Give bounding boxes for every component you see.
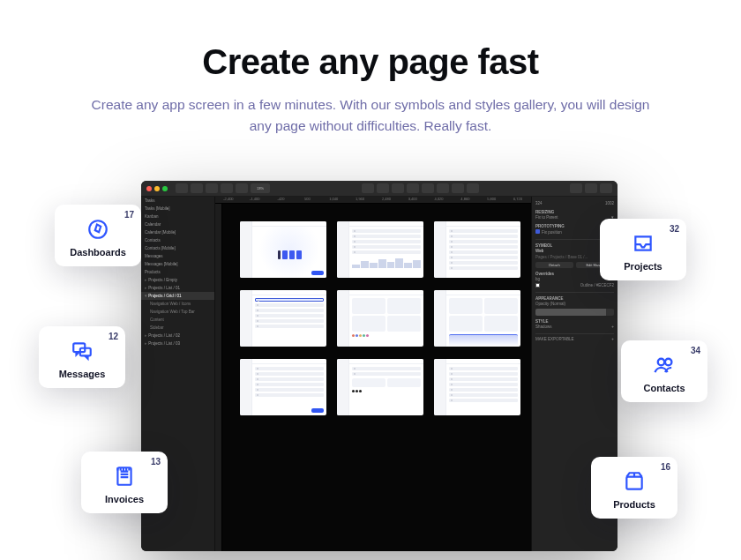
toolbar-button[interactable]	[236, 183, 248, 193]
count-badge: 32	[670, 224, 679, 234]
card-label: Messages	[48, 369, 116, 379]
editor-canvas[interactable]: -2,400-1,400 -420500 1,0401,960 2,4803,4…	[215, 197, 531, 551]
resize-mode[interactable]: Fix to Parent	[535, 215, 558, 220]
svg-point-0	[89, 220, 107, 238]
users-icon	[652, 353, 677, 377]
artboard[interactable]: Projects / Details / Files	[434, 221, 520, 278]
symbol-name[interactable]: Web	[535, 249, 543, 253]
ruler-horizontal: -2,400-1,400 -420500 1,0401,960 2,4803,4…	[215, 197, 531, 204]
artboard[interactable]: Projects / List / 02	[240, 290, 326, 347]
ruler-vertical	[215, 204, 222, 551]
toolbar-button[interactable]	[437, 183, 449, 193]
detach-button[interactable]: Detach	[535, 262, 573, 268]
share-icon[interactable]	[600, 183, 612, 193]
editor-toolbar: 13%	[141, 181, 618, 197]
checkbox-icon[interactable]	[535, 229, 540, 234]
toolbar-button[interactable]	[407, 183, 419, 193]
toolbar-button[interactable]	[422, 183, 434, 193]
svg-point-5	[665, 359, 671, 365]
feature-card-invoices[interactable]: 13 Invoices	[81, 452, 168, 513]
layer-child[interactable]: Content	[141, 316, 214, 324]
layer-item[interactable]: Kanban	[141, 213, 214, 220]
count-badge: 13	[151, 457, 161, 467]
feature-card-messages[interactable]: 12 Messages	[39, 326, 125, 388]
shadows-label[interactable]: Shadows	[535, 325, 552, 329]
toolbar-button[interactable]	[176, 183, 188, 193]
count-badge: 16	[661, 462, 670, 472]
page-title: Create any page fast	[0, 42, 741, 82]
layer-item[interactable]: Contacts [Mobile]	[141, 244, 214, 252]
layer-child[interactable]: Sidebar	[141, 324, 214, 332]
layer-child[interactable]: Navigation Web / Top Bar	[141, 308, 214, 316]
section-export[interactable]: MAKE EXPORTABLE	[535, 337, 574, 341]
close-icon[interactable]	[146, 186, 152, 191]
inbox-icon	[631, 231, 655, 256]
layer-group-active[interactable]: Projects / Grid / 01	[141, 292, 214, 300]
card-label: Projects	[609, 261, 677, 272]
add-icon[interactable]: +	[611, 337, 614, 341]
toolbar-button[interactable]	[452, 183, 464, 193]
toolbar-button[interactable]	[362, 183, 374, 193]
play-icon[interactable]	[570, 183, 582, 193]
layer-item[interactable]: Tasks	[141, 197, 214, 205]
feature-card-dashboards[interactable]: 17 Dashboards	[55, 205, 141, 266]
toolbar-button[interactable]	[206, 183, 218, 193]
toolbar-button[interactable]	[221, 183, 233, 193]
count-badge: 12	[109, 332, 118, 341]
layer-item[interactable]: Contacts	[141, 236, 214, 244]
card-label: Dashboards	[64, 247, 132, 258]
artboard[interactable]: Projects / Details / Activity	[434, 359, 520, 415]
feature-card-projects[interactable]: 32 Projects	[600, 219, 686, 280]
opacity-slider[interactable]	[535, 309, 614, 316]
minimize-icon[interactable]	[154, 186, 160, 191]
layer-item[interactable]: Messages	[141, 252, 214, 260]
toolbar-button[interactable]	[467, 183, 479, 193]
feature-card-contacts[interactable]: 34 Contacts	[621, 340, 707, 402]
layer-item[interactable]: Tasks [Mobile]	[141, 205, 214, 213]
toolbar-button[interactable]	[191, 183, 203, 193]
toolbar-button[interactable]	[392, 183, 404, 193]
svg-rect-6	[626, 477, 641, 489]
package-icon	[622, 469, 647, 494]
artboard[interactable]: Projects / Grid / 02	[434, 290, 520, 347]
zoom-indicator[interactable]: 13%	[251, 183, 270, 193]
design-editor-window: 13% Tasks Tasks [Mobile] Kanban Calendar…	[141, 181, 618, 551]
artboard[interactable]: Projects / Empty	[240, 221, 326, 278]
count-badge: 17	[124, 210, 134, 220]
symbol-path: Pages / Projects / Base 01 /...	[535, 255, 588, 259]
layer-item[interactable]: Calendar [Mobile]	[141, 228, 214, 236]
layer-item[interactable]: Products	[141, 268, 214, 276]
swatch-icon[interactable]	[535, 283, 540, 287]
invoice-icon	[112, 464, 137, 489]
dim-w: 1002	[605, 201, 614, 205]
override-label: bg	[535, 277, 540, 281]
page-subtitle: Create any app screen in a few minutes. …	[88, 94, 653, 137]
artboard[interactable]: Projects / Details / Details	[337, 359, 423, 415]
feature-card-products[interactable]: 16 Products	[591, 457, 677, 519]
card-label: Products	[600, 499, 669, 510]
card-label: Invoices	[90, 494, 159, 504]
dim-x: 324	[535, 201, 543, 205]
override-value[interactable]: Outline / #ECECF2	[580, 283, 614, 287]
count-badge: 34	[691, 346, 700, 355]
svg-point-4	[658, 359, 664, 365]
opacity-label: Opacity (Normal)	[535, 302, 565, 306]
layer-item[interactable]: Messages [Mobile]	[141, 260, 214, 268]
layer-item[interactable]: Calendar	[141, 220, 214, 228]
add-icon[interactable]: +	[611, 325, 614, 329]
fix-position-label: Fix position	[542, 230, 562, 235]
layer-group[interactable]: Projects / Empty	[141, 276, 214, 284]
chat-icon	[70, 339, 94, 363]
maximize-icon[interactable]	[162, 186, 168, 191]
layer-child[interactable]: Navigation Web / Icons	[141, 300, 214, 308]
layer-group[interactable]: Projects / List / 02	[141, 332, 214, 340]
artboard[interactable]: Projects / Grid / 01	[337, 290, 423, 347]
toolbar-button[interactable]	[377, 183, 389, 193]
card-label: Contacts	[630, 383, 699, 393]
artboard[interactable]: Projects / Details / Tasks	[240, 359, 326, 415]
artboard[interactable]: Projects / List / 01	[337, 221, 423, 278]
layer-group[interactable]: Projects / List / 01	[141, 284, 214, 292]
cloud-icon[interactable]	[585, 183, 597, 193]
window-controls[interactable]	[146, 186, 168, 191]
layer-group[interactable]: Projects / List / 03	[141, 340, 214, 347]
